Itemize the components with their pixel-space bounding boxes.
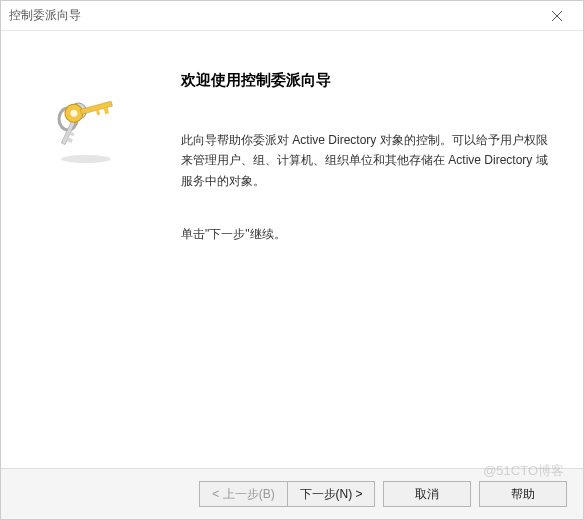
wizard-footer: < 上一步(B) 下一步(N) > 取消 帮助 [1,468,583,519]
wizard-main: 欢迎使用控制委派向导 此向导帮助你委派对 Active Directory 对象… [171,31,583,468]
titlebar: 控制委派向导 [1,1,583,31]
wizard-window: 控制委派向导 [0,0,584,520]
svg-rect-11 [104,107,109,114]
nav-button-group: < 上一步(B) 下一步(N) > [199,481,375,507]
cancel-button[interactable]: 取消 [383,481,471,507]
wizard-heading: 欢迎使用控制委派向导 [181,71,553,90]
svg-rect-12 [96,110,100,116]
close-icon [552,11,562,21]
wizard-sidebar [1,31,171,468]
wizard-description: 此向导帮助你委派对 Active Directory 对象的控制。可以给予用户权… [181,130,553,191]
keys-icon [46,91,126,175]
back-button: < 上一步(B) [199,481,287,507]
help-button[interactable]: 帮助 [479,481,567,507]
next-button[interactable]: 下一步(N) > [287,481,375,507]
svg-point-13 [61,155,111,163]
close-button[interactable] [539,1,575,30]
window-title: 控制委派向导 [9,7,539,24]
wizard-content: 欢迎使用控制委派向导 此向导帮助你委派对 Active Directory 对象… [1,31,583,468]
wizard-instruction: 单击"下一步"继续。 [181,226,553,243]
